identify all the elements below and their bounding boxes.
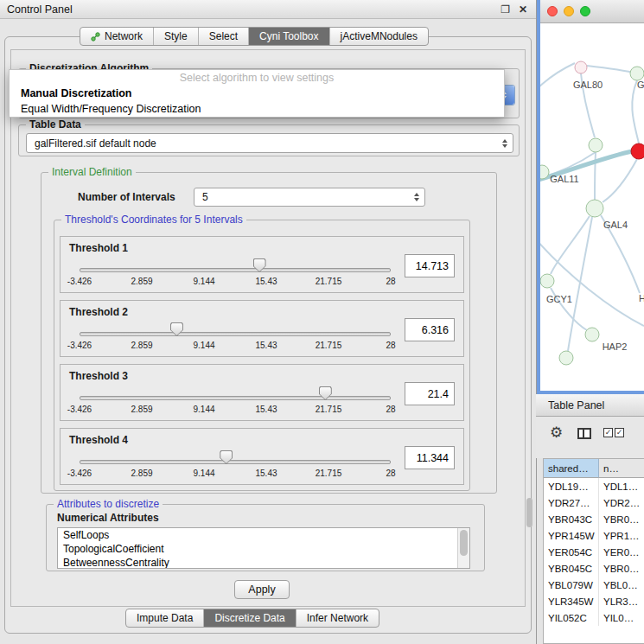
slider-thumb[interactable]: [253, 258, 266, 272]
table-row[interactable]: YPR145WYPR1…: [544, 527, 644, 544]
scrollbar-thumb[interactable]: [460, 530, 468, 556]
cell[interactable]: YBL079W: [544, 577, 599, 593]
checkbox-icon[interactable]: ✓: [615, 428, 624, 437]
tab-infer-network-label: Infer Network: [307, 612, 368, 624]
network-edge: [587, 66, 637, 73]
network-node[interactable]: [559, 351, 573, 365]
threshold-1-label: Threshold 1: [69, 242, 128, 254]
number-of-intervals-value: 5: [202, 191, 208, 203]
cell[interactable]: YDL1…: [599, 478, 644, 494]
cell[interactable]: YBR045C: [544, 560, 599, 577]
threshold-1-slider[interactable]: [80, 268, 391, 272]
network-node[interactable]: [586, 200, 603, 217]
threshold-3-slider[interactable]: [80, 396, 391, 400]
slider-thumb[interactable]: [170, 322, 183, 336]
cell[interactable]: YBR0…: [599, 511, 644, 527]
float-window-icon[interactable]: ❐: [501, 3, 510, 16]
threshold-3-value-field[interactable]: 21.4: [405, 382, 455, 405]
combo-stepper-icon[interactable]: [414, 193, 419, 201]
column-header-name[interactable]: n…: [599, 459, 644, 478]
threshold-2-value-field[interactable]: 6.316: [405, 318, 455, 341]
list-scrollbar[interactable]: [457, 528, 469, 568]
table-data-group: Table Data galFiltered.sif default node: [18, 124, 520, 156]
table-row[interactable]: YLR345WYLR3…: [544, 593, 644, 609]
tab-jactivemodules[interactable]: jActiveMNodules: [329, 28, 428, 45]
close-traffic-light-icon[interactable]: [547, 6, 558, 16]
threshold-4-value-field[interactable]: 11.344: [405, 446, 455, 469]
network-node-selected[interactable]: [631, 143, 644, 159]
table-data-combobox[interactable]: galFiltered.sif default node: [26, 133, 513, 153]
gear-icon[interactable]: ⚙: [550, 424, 563, 442]
cell[interactable]: YER0…: [599, 544, 644, 560]
panel-scrollbar-thumb[interactable]: [526, 498, 532, 527]
cell[interactable]: YDL19…: [544, 478, 599, 494]
network-canvas[interactable]: GAL80 GA GAL11 GAL4 GCY1 H HAP2: [540, 23, 644, 391]
tab-network[interactable]: Network: [80, 28, 153, 45]
zoom-traffic-light-icon[interactable]: [580, 6, 590, 16]
network-graph: GAL80 GA GAL11 GAL4 GCY1 H HAP2: [540, 23, 644, 391]
node-table: shared… n… YDL19…YDL1… YDR27…YDR2… YBR04…: [543, 458, 644, 644]
threshold-2-label: Threshold 2: [69, 306, 128, 318]
minimize-traffic-light-icon[interactable]: [564, 6, 574, 16]
network-node[interactable]: [589, 138, 603, 152]
bottom-tab-bar: Impute Data Discretize Data Infer Networ…: [125, 609, 379, 628]
cyni-content-pane: Discretization Algorithm Table Data galF…: [10, 49, 526, 607]
threshold-2-slider[interactable]: [80, 332, 391, 336]
columns-icon[interactable]: [577, 428, 591, 439]
table-row[interactable]: YBL079WYBL0…: [544, 577, 644, 593]
dropdown-option-manual-discretization[interactable]: Manual Discretization: [10, 86, 504, 101]
cell[interactable]: YLR3…: [599, 593, 644, 609]
tab-discretize-data[interactable]: Discretize Data: [203, 609, 295, 627]
dropdown-option-equal-width-frequency[interactable]: Equal Width/Frequency Discretization: [10, 101, 504, 117]
tab-network-label: Network: [105, 30, 143, 42]
threshold-1-value-field[interactable]: 14.713: [405, 254, 455, 277]
list-item[interactable]: BetweennessCentrality: [58, 556, 469, 569]
slider-tick-label: 9.144: [193, 341, 214, 350]
table-row[interactable]: YBR043CYBR0…: [544, 511, 644, 527]
table-panel-header: Table Panel: [536, 394, 644, 417]
column-header-shared-name[interactable]: shared…: [544, 459, 599, 478]
table-row[interactable]: YDL19…YDL1…: [544, 478, 644, 494]
tab-jactivemodules-label: jActiveMNodules: [341, 30, 418, 42]
cell[interactable]: YPR145W: [544, 527, 599, 544]
cell[interactable]: YBR043C: [544, 511, 599, 527]
table-data-group-title: Table Data: [26, 118, 85, 131]
table-row[interactable]: YDR27…YDR2…: [544, 494, 644, 511]
cell[interactable]: YBR0…: [599, 560, 644, 577]
slider-thumb[interactable]: [319, 386, 332, 400]
tab-cyni-toolbox[interactable]: Cyni Toolbox: [248, 28, 328, 45]
tab-impute-data[interactable]: Impute Data: [126, 609, 203, 627]
checkbox-icon[interactable]: ✓: [603, 428, 613, 437]
slider-tick-label: 2.859: [131, 277, 152, 286]
cell[interactable]: YIL0…: [599, 609, 644, 626]
slider-tick-label: 21.715: [316, 341, 342, 350]
table-row[interactable]: YIL052CYIL0…: [544, 609, 644, 626]
cell[interactable]: YLR345W: [544, 593, 599, 609]
cell[interactable]: YPR1…: [599, 527, 644, 544]
cell[interactable]: YIL052C: [544, 609, 599, 626]
network-node[interactable]: [630, 67, 644, 80]
network-node[interactable]: [540, 274, 554, 288]
cell[interactable]: YDR27…: [544, 494, 599, 511]
tab-infer-network[interactable]: Infer Network: [296, 609, 379, 627]
apply-button[interactable]: Apply: [234, 580, 290, 599]
cell[interactable]: YBL0…: [599, 577, 644, 593]
threshold-4-slider[interactable]: [80, 460, 391, 464]
cell[interactable]: YER054C: [544, 544, 599, 560]
node-label: GAL80: [573, 80, 603, 90]
interval-definition-title: Interval Definition: [48, 166, 136, 179]
select-columns-checkboxes-icon[interactable]: ✓ ✓: [603, 428, 624, 437]
combo-stepper-icon[interactable]: [502, 139, 507, 148]
slider-thumb[interactable]: [220, 450, 233, 464]
number-of-intervals-combobox[interactable]: 5: [194, 188, 425, 207]
close-icon[interactable]: ✕: [519, 3, 527, 16]
list-item[interactable]: SelfLoops: [58, 528, 469, 542]
tab-style[interactable]: Style: [153, 28, 198, 45]
network-node[interactable]: [585, 328, 599, 341]
cell[interactable]: YDR2…: [599, 494, 644, 511]
tab-select[interactable]: Select: [198, 28, 248, 45]
table-row[interactable]: YER054CYER0…: [544, 544, 644, 560]
table-row[interactable]: YBR045CYBR0…: [544, 560, 644, 577]
network-node[interactable]: [575, 61, 587, 73]
list-item[interactable]: TopologicalCoefficient: [58, 542, 469, 556]
